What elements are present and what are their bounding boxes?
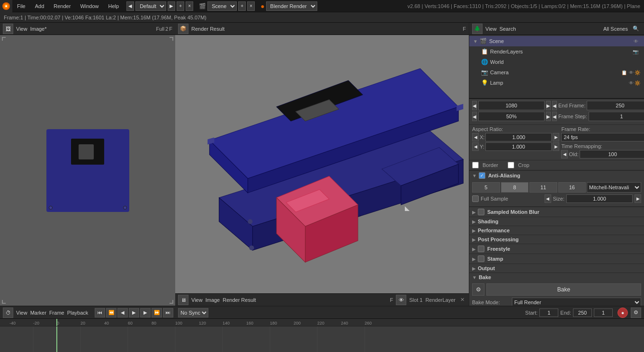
aa-btn-16[interactable]: 16 bbox=[558, 182, 586, 193]
go-end-btn[interactable]: ⏭ bbox=[163, 308, 173, 317]
shading-header[interactable]: ▶ Shading bbox=[469, 217, 644, 226]
start-input[interactable] bbox=[539, 308, 558, 317]
outliner-type-icon[interactable]: 🌲 bbox=[472, 24, 483, 34]
timeline-view-menu[interactable]: View bbox=[16, 310, 27, 316]
prev-frame-btn[interactable]: ⏪ bbox=[106, 308, 116, 317]
aa-btn-5[interactable]: 5 bbox=[472, 182, 500, 193]
framerate-select[interactable]: 24 fps bbox=[561, 133, 644, 141]
post-processing-header[interactable]: ▶ Post Processing bbox=[469, 235, 644, 244]
y-decrement[interactable]: ◀ bbox=[472, 101, 477, 110]
aa-btn-8[interactable]: 8 bbox=[501, 182, 529, 193]
outliner-item-renderlayers[interactable]: 📋 RenderLayers 📷 bbox=[469, 46, 644, 57]
full-sample-checkbox[interactable] bbox=[472, 195, 479, 202]
eye-icon-scene[interactable]: 👁 bbox=[634, 39, 638, 44]
end-input[interactable] bbox=[573, 308, 592, 317]
ax-input[interactable] bbox=[485, 133, 552, 141]
frame-step-decrement[interactable]: ◀ bbox=[552, 112, 557, 121]
render-view-menu[interactable]: View bbox=[191, 297, 203, 303]
old-input[interactable] bbox=[580, 150, 644, 158]
outliner-all-scenes[interactable]: All Scenes bbox=[603, 26, 628, 32]
timeline-type-icon[interactable]: ⏱ bbox=[3, 308, 13, 318]
render-icon-camera[interactable]: 🔆 bbox=[635, 70, 640, 75]
bake-action-button[interactable]: Bake bbox=[486, 283, 641, 296]
ay-inc[interactable]: ▶ bbox=[553, 142, 559, 151]
record-btn[interactable]: ● bbox=[617, 308, 628, 318]
outliner-item-lamp[interactable]: 💡 Lamp 👁 🔆 bbox=[469, 78, 644, 88]
play-btn[interactable]: ▶ bbox=[129, 308, 139, 317]
render-icon-lamp[interactable]: 🔆 bbox=[635, 80, 640, 86]
ay-input[interactable] bbox=[485, 142, 552, 151]
stamp-checkbox[interactable] bbox=[478, 255, 484, 262]
workspace-next[interactable]: ▶ bbox=[168, 1, 175, 11]
size-dec[interactable]: ◀ bbox=[545, 194, 551, 203]
scene-add[interactable]: + bbox=[238, 1, 246, 11]
outliner-item-scene[interactable]: ▼ 🎬 Scene 👁 bbox=[469, 36, 644, 46]
next-frame-btn[interactable]: ⏩ bbox=[152, 308, 162, 317]
border-checkbox[interactable] bbox=[472, 162, 479, 168]
render-image-menu[interactable]: Image bbox=[206, 297, 220, 303]
aa-section-header[interactable]: ▼ ✓ Anti-Aliasing bbox=[469, 170, 644, 180]
size-input[interactable] bbox=[566, 194, 633, 203]
pct-decrement[interactable]: ◀ bbox=[472, 112, 477, 121]
end-frame-input[interactable] bbox=[587, 101, 644, 110]
next-keyframe-btn[interactable]: ▶ bbox=[140, 308, 151, 317]
eye-icon-lamp[interactable]: 👁 bbox=[629, 80, 634, 86]
workspace-add[interactable]: + bbox=[177, 1, 184, 11]
eye-icon-camera[interactable]: 👁 bbox=[629, 70, 634, 75]
menu-render[interactable]: Render bbox=[49, 0, 75, 12]
size-inc[interactable]: ▶ bbox=[635, 194, 641, 203]
extra-btn[interactable]: ⚙ bbox=[631, 308, 641, 318]
workspace-selector[interactable]: Default bbox=[135, 1, 166, 11]
crop-checkbox[interactable] bbox=[508, 162, 514, 168]
menu-add[interactable]: Add bbox=[30, 0, 49, 12]
percent-input[interactable] bbox=[478, 112, 545, 121]
render-engine-selector[interactable]: Blender Render bbox=[266, 1, 317, 11]
bake-mode-select[interactable]: Full Render bbox=[512, 298, 641, 306]
render-view-close[interactable]: ✕ bbox=[458, 296, 466, 304]
scene-remove[interactable]: × bbox=[247, 1, 255, 11]
image-menu-left[interactable]: Image* bbox=[30, 26, 47, 32]
aa-checkbox[interactable]: ✓ bbox=[479, 172, 485, 179]
y-increment[interactable]: ▶ bbox=[546, 101, 551, 110]
pct-increment[interactable]: ▶ bbox=[546, 112, 551, 121]
ay-dec[interactable]: ◀ bbox=[472, 142, 479, 151]
ax-dec[interactable]: ◀ bbox=[472, 133, 479, 141]
workspace-prev[interactable]: ◀ bbox=[126, 1, 134, 11]
frame-step-input[interactable] bbox=[589, 112, 644, 121]
render-view-btn[interactable]: 👁 bbox=[396, 295, 406, 305]
ax-inc[interactable]: ▶ bbox=[553, 133, 559, 141]
aa-btn-11[interactable]: 11 bbox=[529, 182, 557, 193]
sync-select[interactable]: No Sync bbox=[178, 308, 208, 317]
viewport-type-icon[interactable]: 📦 bbox=[178, 24, 188, 34]
view-menu-left[interactable]: View bbox=[16, 26, 27, 32]
timeline-frame-menu[interactable]: Frame bbox=[49, 310, 64, 316]
stamp-header[interactable]: ▶ Stamp bbox=[469, 254, 644, 264]
freestyle-header[interactable]: ▶ Freestyle bbox=[469, 244, 644, 254]
menu-window[interactable]: Window bbox=[75, 0, 103, 12]
outliner-item-world[interactable]: 🌐 World bbox=[469, 57, 644, 67]
timeline-playback-menu[interactable]: Playback bbox=[67, 310, 89, 316]
sampled-motion-blur-header[interactable]: ▶ Sampled Motion Blur bbox=[469, 207, 644, 217]
outliner-view-menu[interactable]: View bbox=[485, 26, 497, 32]
smb-checkbox[interactable] bbox=[478, 209, 484, 215]
menu-file[interactable]: File bbox=[12, 0, 30, 12]
editor-type-icon[interactable]: 🖼 bbox=[3, 24, 13, 34]
current-frame-input[interactable] bbox=[594, 308, 613, 317]
menu-help[interactable]: Help bbox=[104, 0, 124, 12]
timeline-marker-menu[interactable]: Marker bbox=[30, 310, 46, 316]
outliner-item-camera[interactable]: 📷 Camera 📋 👁 🔆 bbox=[469, 67, 644, 78]
go-start-btn[interactable]: ⏮ bbox=[95, 308, 105, 317]
outliner-search-icon[interactable]: 🔍 bbox=[631, 24, 641, 34]
scene-selector[interactable]: Scene bbox=[207, 1, 237, 11]
old-dec[interactable]: ◀ bbox=[561, 150, 568, 158]
render-type-icon[interactable]: 🖥 bbox=[178, 295, 188, 305]
aa-filter-select[interactable]: Mitchell-Netravali bbox=[587, 182, 641, 193]
bake-header[interactable]: ▼ Bake bbox=[469, 273, 644, 282]
workspace-remove[interactable]: × bbox=[186, 1, 193, 11]
y-value-input[interactable] bbox=[478, 101, 545, 110]
performance-header[interactable]: ▶ Performance bbox=[469, 226, 644, 235]
freestyle-checkbox[interactable] bbox=[478, 246, 484, 252]
bake-icon-btn[interactable]: ⚙ bbox=[472, 283, 484, 296]
prev-keyframe-btn[interactable]: ◀ bbox=[117, 308, 128, 317]
output-header[interactable]: ▶ Output bbox=[469, 264, 644, 273]
